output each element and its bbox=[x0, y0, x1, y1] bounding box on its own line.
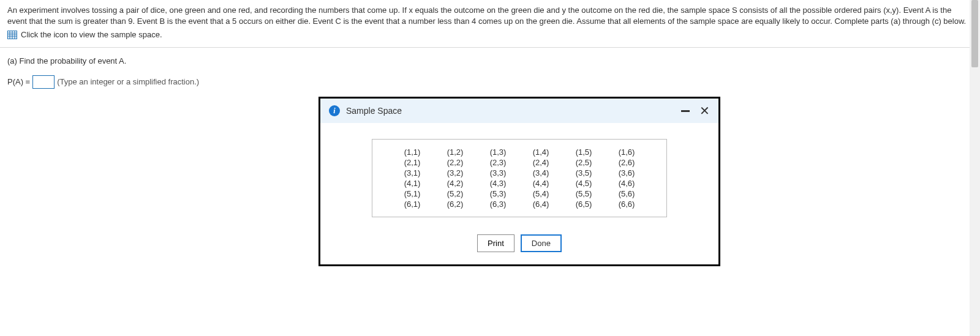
table-cell: (4,6) bbox=[605, 178, 648, 189]
table-cell: (6,1) bbox=[391, 199, 434, 209]
table-cell: (4,1) bbox=[391, 178, 434, 189]
table-cell: (5,4) bbox=[519, 189, 562, 199]
answer-hint: (Type an integer or a simplified fractio… bbox=[57, 77, 199, 86]
table-cell: (4,2) bbox=[434, 178, 477, 189]
table-cell: (1,2) bbox=[434, 147, 477, 157]
table-cell: (4,4) bbox=[519, 178, 562, 189]
table-cell: (6,5) bbox=[562, 199, 605, 209]
table-row: (6,1)(6,2)(6,3)(6,4)(6,5)(6,6) bbox=[391, 199, 648, 209]
table-cell: (2,2) bbox=[434, 157, 477, 168]
table-row: (5,1)(5,2)(5,3)(5,4)(5,5)(5,6) bbox=[391, 189, 648, 199]
table-cell: (1,4) bbox=[519, 147, 562, 157]
sample-space-table: (1,1)(1,2)(1,3)(1,4)(1,5)(1,6)(2,1)(2,2)… bbox=[372, 139, 667, 217]
table-cell: (5,1) bbox=[391, 189, 434, 199]
table-cell: (3,5) bbox=[562, 168, 605, 178]
answer-input[interactable] bbox=[32, 75, 55, 89]
table-cell: (3,2) bbox=[434, 168, 477, 178]
info-icon: i bbox=[329, 105, 340, 116]
sample-space-link[interactable]: Click the icon to view the sample space. bbox=[21, 29, 162, 40]
table-cell: (2,4) bbox=[519, 157, 562, 168]
answer-prefix: P(A) = bbox=[7, 77, 30, 86]
done-button[interactable]: Done bbox=[521, 234, 562, 252]
table-cell: (4,3) bbox=[477, 178, 519, 189]
close-icon[interactable]: ✕ bbox=[699, 105, 710, 117]
table-cell: (6,6) bbox=[605, 199, 648, 209]
sample-space-icon[interactable] bbox=[7, 31, 17, 39]
sample-space-modal: i Sample Space ✕ (1,1)(1,2)(1,3)(1,4)(1,… bbox=[318, 97, 720, 266]
table-cell: (3,4) bbox=[519, 168, 562, 178]
table-cell: (5,3) bbox=[477, 189, 519, 199]
divider bbox=[0, 47, 980, 48]
table-row: (3,1)(3,2)(3,3)(3,4)(3,5)(3,6) bbox=[391, 168, 648, 178]
table-cell: (4,5) bbox=[562, 178, 605, 189]
table-cell: (3,1) bbox=[391, 168, 434, 178]
table-cell: (2,5) bbox=[562, 157, 605, 168]
table-cell: (2,3) bbox=[477, 157, 519, 168]
table-cell: (6,3) bbox=[477, 199, 519, 209]
table-cell: (6,4) bbox=[519, 199, 562, 209]
table-cell: (5,2) bbox=[434, 189, 477, 199]
table-cell: (2,6) bbox=[605, 157, 648, 168]
table-cell: (1,5) bbox=[562, 147, 605, 157]
table-cell: (2,1) bbox=[391, 157, 434, 168]
table-cell: (3,6) bbox=[605, 168, 648, 178]
part-a-label: (a) Find the probability of event A. bbox=[0, 51, 980, 70]
print-button[interactable]: Print bbox=[477, 234, 514, 252]
table-cell: (5,6) bbox=[605, 189, 648, 199]
minimize-icon[interactable] bbox=[681, 110, 690, 112]
table-cell: (1,6) bbox=[605, 147, 648, 157]
modal-title: Sample Space bbox=[346, 106, 402, 116]
table-cell: (3,3) bbox=[477, 168, 519, 178]
table-cell: (1,1) bbox=[391, 147, 434, 157]
table-row: (1,1)(1,2)(1,3)(1,4)(1,5)(1,6) bbox=[391, 147, 648, 157]
table-cell: (5,5) bbox=[562, 189, 605, 199]
question-text: An experiment involves tossing a pair of… bbox=[7, 5, 973, 27]
vertical-scrollbar[interactable] bbox=[970, 0, 980, 336]
modal-header: i Sample Space ✕ bbox=[320, 99, 718, 123]
table-row: (4,1)(4,2)(4,3)(4,4)(4,5)(4,6) bbox=[391, 178, 648, 189]
table-cell: (1,3) bbox=[477, 147, 519, 157]
table-row: (2,1)(2,2)(2,3)(2,4)(2,5)(2,6) bbox=[391, 157, 648, 168]
table-cell: (6,2) bbox=[434, 199, 477, 209]
